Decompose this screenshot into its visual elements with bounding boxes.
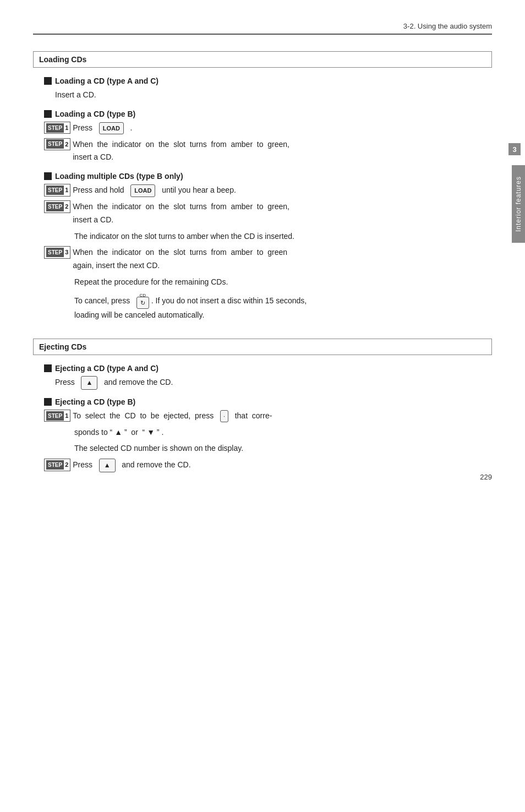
loading-cds-title: Loading CDs [39,55,86,64]
loading-mult-step3: STEP 3 When the indicator on the slot tu… [44,246,492,273]
loading-mult-step3-note: Repeat the procedure for the remaining C… [74,276,492,289]
side-tab-label: Interior features [515,176,522,232]
step-badge-eject-2: STEP 2 [44,459,70,471]
loading-type-b-subsection: Loading a CD (type B) STEP 1 Press LOAD … [44,110,492,164]
loading-type-b-title: Loading a CD (type B) [44,110,492,118]
step-badge-mult-2: STEP 2 [44,200,70,213]
cd-button[interactable]: CD ↻ [136,293,149,309]
ejecting-type-ac-title: Ejecting a CD (type A and C) [44,364,492,373]
loading-mult-step2: STEP 2 When the indicator on the slot tu… [44,200,492,227]
ejecting-cds-section-box: Ejecting CDs [33,339,492,355]
ejecting-type-ac-text: Press ▲ and remove the CD. [55,376,492,389]
eject-button-b[interactable]: ▲ [99,459,116,472]
cancel-note: To cancel, press CD ↻ . If you do not in… [74,293,492,322]
chapter-number-badge: 3 [508,143,521,155]
cancel-note-line2: loading will be canceled automatically. [74,309,492,322]
bullet-square-4 [44,364,52,372]
header-title: 3-2. Using the audio system [403,22,492,30]
ejecting-b-step1-cont: sponds to “ ▲ ” or “ ▼ ” . [74,426,492,439]
step-badge-eject-1: STEP 1 [44,410,70,422]
step-badge-2: STEP 2 [44,138,70,151]
loading-mult-step1: STEP 1 Press and hold LOAD until you hea… [44,184,492,197]
load-button[interactable]: LOAD [99,122,124,135]
ejecting-type-b-subsection: Ejecting a CD (type B) STEP 1 To select … [44,397,492,472]
loading-type-ac-title: Loading a CD (type A and C) [44,77,492,85]
nav-button[interactable]: · [220,410,228,423]
ejecting-cds-title: Ejecting CDs [39,342,86,351]
step-badge-1: STEP 1 [44,122,70,134]
or-text: or [131,428,138,437]
ejecting-type-ac-subsection: Ejecting a CD (type A and C) Press ▲ and… [44,364,492,389]
bullet-square-2 [44,110,52,118]
step-badge-mult-3: STEP 3 [44,246,70,259]
bullet-square-3 [44,172,52,180]
loading-mult-step2-note: The indicator on the slot turns to amber… [74,230,492,243]
ejecting-b-step1-note: The selected CD number is shown on the d… [74,442,492,455]
loading-cds-section-box: Loading CDs [33,51,492,68]
side-tab: Interior features [512,165,525,243]
loading-multiple-title: Loading multiple CDs (type B only) [44,172,492,181]
ejecting-b-step2: STEP 2 Press ▲ and remove the CD. [44,459,492,472]
loading-multiple-subsection: Loading multiple CDs (type B only) STEP … [44,172,492,322]
ejecting-b-step1: STEP 1 To select the CD to be ejected, p… [44,410,492,423]
loading-type-ac-subsection: Loading a CD (type A and C) Insert a CD. [44,77,492,102]
loading-type-ac-text: Insert a CD. [55,89,492,102]
load-button-hold[interactable]: LOAD [130,184,155,197]
chapter-number: 3 [512,145,516,154]
loading-b-step2: STEP 2 When the indicator on the slot tu… [44,138,492,165]
loading-b-step1: STEP 1 Press LOAD . [44,122,492,135]
page-number: 229 [480,473,492,481]
page-header: 3-2. Using the audio system [33,22,492,35]
bullet-square [44,77,52,85]
bullet-square-5 [44,398,52,406]
eject-button-ac[interactable]: ▲ [81,376,97,389]
ejecting-type-b-title: Ejecting a CD (type B) [44,397,492,406]
step-badge-mult-1: STEP 1 [44,184,70,197]
